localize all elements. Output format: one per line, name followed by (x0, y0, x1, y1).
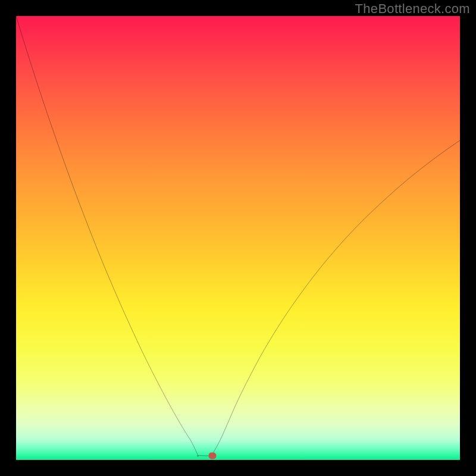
watermark-text: TheBottleneck.com (355, 1, 470, 17)
optimum-marker (209, 453, 217, 459)
bottleneck-curve (16, 16, 460, 460)
chart-frame: TheBottleneck.com (0, 0, 476, 476)
plot-area (16, 16, 460, 460)
curve-path (16, 16, 460, 457)
